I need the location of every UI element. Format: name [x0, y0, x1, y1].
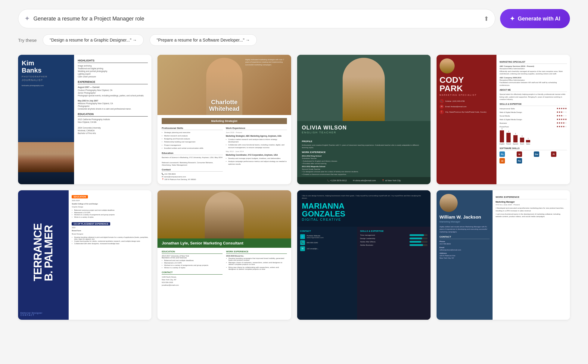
try-suggestion-1[interactable]: "Design a resume for a Graphic Designer.…	[43, 34, 144, 46]
jonathan-job1-b1: Develop branding campaigns that improved…	[226, 257, 287, 261]
marianna-skill-4: Adobe Illustrator	[360, 244, 428, 246]
jonathan-photo	[157, 190, 291, 238]
bar-italian: 1 Italian	[526, 138, 530, 145]
cody-photo	[440, 58, 455, 73]
resume-grid: KimBanks PHOTOGRAPHER JOURNALIST kimbank…	[18, 55, 570, 320]
sw-ai: Ai	[499, 158, 505, 163]
cody-section1-hdr: MARKETING SPECIALIST	[499, 61, 567, 64]
marianna-title: DIGITAL CREATIVE	[302, 218, 426, 221]
terrance-coop-badge-wrap: CO-OP PLACEMENT EXPERIENCE	[72, 220, 148, 227]
olivia-job2: 2011-2012 Magnolia School Second Grade T…	[302, 165, 426, 176]
resume-card-william-jackson[interactable]: William W. Jackson Marketing Manager Hig…	[437, 190, 570, 320]
kim-exp2: May 2003 to July 2007 Millstone Photogra…	[78, 99, 148, 110]
charlotte-skill-6: Excellent written and verbal communicati…	[162, 147, 223, 149]
kim-right-col: HIGHLIGHTS Image archiving Traditional a…	[74, 55, 151, 184]
terrance-edu-b3: Worked on a variety of assignments and g…	[72, 214, 148, 216]
jonathan-person-silhouette	[205, 192, 244, 238]
marianna-phone-icon: 📞	[300, 240, 305, 245]
jonathan-job1-company: 2019-2023 Brand Inc.	[226, 255, 287, 257]
marianna-skills-label: SKILLS & EXPERTISE	[360, 230, 428, 232]
terrance-edu-b2: Maintained a 3.8 GPA	[72, 212, 148, 213]
bar-french: 4 French	[506, 130, 511, 145]
resume-card-terrance-palmer[interactable]: TERRANCEB. PALMER Editorial Designer CON…	[18, 190, 151, 320]
resume-card-cody-park[interactable]: CODY PARK MARKETING SPECIALIST 📞 Cellula…	[437, 55, 570, 184]
kim-title-photographer: PHOTOGRAPHER	[22, 75, 70, 78]
olivia-profile-text: Enthusiastic and creative English Teache…	[302, 144, 426, 149]
resume-card-charlotte-whitehead[interactable]: CharlotteWhitehead Highly motivated mark…	[157, 55, 291, 184]
marianna-top: I like to see design horizons, helping b…	[297, 190, 431, 227]
william-address: Address108 N Platinum AveNew York City, …	[440, 252, 490, 259]
charlotte-contact: 📞 210-788-8829 ✉ name@companyname.com 📍 …	[162, 173, 223, 181]
jonathan-edu: 2014-2017 University of New York Bachelo…	[162, 255, 222, 259]
charlotte-skills-label: Professional Skills	[162, 126, 223, 130]
cody-software-icons: Ps Id Dw Fl Ai Fw	[499, 151, 567, 163]
charlotte-job1-dates: June 2016 - Present	[226, 131, 287, 134]
cody-skill-2: Web & Digital Media Design ★★★★★	[499, 111, 567, 114]
kim-experience-label: EXPERIENCE	[78, 80, 148, 84]
cody-about: Special talent for effectively helping p…	[499, 93, 567, 101]
kim-name: KimBanks	[22, 60, 70, 74]
cody-software-label: SOFTWARE SKILLS	[499, 147, 567, 150]
search-section: ✦ ⬆ ✦ Generate with AI	[18, 9, 570, 28]
marianna-skill-2: Design Leadership	[360, 238, 428, 239]
search-input[interactable]	[33, 16, 480, 22]
cody-skill-5: Illustrator ★★★★★	[499, 122, 567, 124]
marianna-phone: 📞 555-555-0340	[300, 240, 354, 245]
resume-card-kim-banks[interactable]: KimBanks PHOTOGRAPHER JOURNALIST kimbank…	[18, 55, 151, 184]
generate-button[interactable]: ✦ Generate with AI	[500, 9, 570, 28]
william-name: William W. Jackson	[440, 214, 490, 220]
jonathan-edu-b4: Wrote in a variety of styles	[162, 267, 222, 269]
kim-left-col: KimBanks PHOTOGRAPHER JOURNALIST kimbank…	[18, 55, 74, 184]
jonathan-edu-label: EDUCATION	[162, 250, 222, 254]
resume-card-marianna-gonzales[interactable]: I like to see design horizons, helping b…	[297, 190, 431, 320]
resume-card-olivia-wilson[interactable]: OLIVIA WILSON ENGLISH TEACHER PROFILE En…	[297, 55, 431, 184]
sw-fw: Fw	[517, 158, 522, 163]
cody-city: 📍 City, State/Province Zip Code/Postal C…	[440, 110, 493, 114]
cody-title: MARKETING SPECIALIST	[440, 94, 493, 96]
jonathan-job1-b2: Manage a team of marketers, researchers,…	[226, 262, 287, 265]
william-work-title: Marketing Manager XYZ Inc | June 2020 - …	[496, 201, 567, 206]
charlotte-skill-4: Relationship building and management	[162, 141, 223, 143]
cody-job1: ABC Company Services (2010 - Present) Re…	[499, 65, 567, 75]
terrance-right: EDUCATION 2020-2024 Seattle College of A…	[69, 190, 151, 320]
william-right: WORK EXPERIENCE Marketing Manager XYZ In…	[493, 190, 570, 320]
kim-gradient-overlay	[18, 136, 74, 184]
kim-title-journalist: JOURNALIST	[22, 79, 70, 82]
charlotte-left-col: Professional Skills Strategic planning a…	[162, 126, 223, 181]
kim-highlights: Image archiving Traditional and digital …	[78, 64, 148, 78]
cody-email: ✉ Email: firstlast@email.com	[440, 104, 493, 109]
charlotte-bottom: Marketing Strategist Professional Skills…	[157, 115, 291, 184]
terrance-edu-badge: EDUCATION	[72, 195, 88, 198]
jonathan-edu-b3: Worked on a variety of assignments and g…	[162, 264, 222, 266]
william-desc: Highly skilled and results-driven Market…	[440, 226, 490, 233]
terrance-left: TERRANCEB. PALMER Editorial Designer CON…	[18, 190, 69, 320]
jonathan-work-label: WORK EXPERIENCE	[226, 250, 287, 254]
olivia-person-silhouette	[343, 58, 385, 121]
terrance-edu-b4: Wrote in a variety of styles	[72, 216, 148, 218]
cody-chart: 5 English 4 French 3 Spanish 2 D	[499, 130, 567, 145]
cody-skill-1: Interpersonal Skills ★★★★★	[499, 107, 567, 110]
kim-highlights-label: HIGHLIGHTS	[78, 59, 148, 63]
try-suggestion-2[interactable]: "Prepare a resume for a Software Develop…	[150, 34, 257, 46]
charlotte-work-label: Work Experience	[226, 126, 287, 130]
upload-icon[interactable]: ⬆	[484, 15, 489, 22]
william-title: Marketing Manager	[440, 220, 490, 223]
generate-button-label: Generate with AI	[518, 16, 560, 22]
bar-dutch: 2 Dutch	[520, 135, 524, 145]
marianna-website: 🌐 Portfolio Websitewww.mgonzales.com	[300, 234, 354, 239]
resume-card-jonathan-lyle[interactable]: Jonathan Lyle, Senior Marketing Consulta…	[157, 190, 291, 320]
cody-name: CODY PARK	[440, 76, 493, 93]
charlotte-job1-b1: Conduct market research and analyze data…	[226, 138, 287, 143]
terrance-job-b1: Develop branding collateral in print and…	[72, 236, 148, 240]
charlotte-photo: CharlotteWhitehead Highly motivated mark…	[157, 55, 291, 115]
search-bar: ✦ ⬆	[18, 9, 495, 28]
marianna-name: MARIANNAGONZALES	[302, 202, 426, 218]
generate-sparkle-icon: ✦	[510, 15, 515, 22]
olivia-bottom-bar: 📞 +1234-5678-9012 ✉ olivia.wils@email.co…	[297, 177, 431, 184]
charlotte-job2-b2: Analyze campaign performance metrics and…	[226, 160, 287, 165]
jonathan-right-col: WORK EXPERIENCE 2019-2023 Brand Inc. Dev…	[226, 250, 287, 317]
charlotte-role-banner: Marketing Strategist	[162, 118, 287, 124]
jonathan-body: EDUCATION 2014-2017 University of New Yo…	[157, 248, 291, 320]
marianna-contact-label: CONTACT	[300, 230, 354, 232]
marianna-skill-3: Adobe After Effects	[360, 241, 428, 243]
